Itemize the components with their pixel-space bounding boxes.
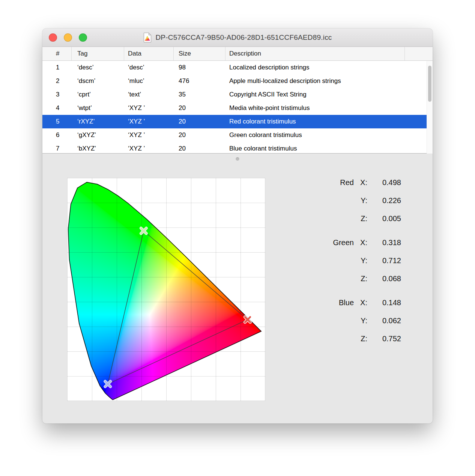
primary-group-red: Red X: 0.498 Y: 0.226 Z: 0.005 — [301, 173, 401, 227]
axis-value: 0.318 — [367, 238, 401, 247]
cell-size: 35 — [174, 91, 225, 98]
cell-data: ‘XYZ ’ — [124, 131, 174, 139]
cell-tag: ‘dscm’ — [72, 77, 124, 85]
cell-size: 20 — [174, 145, 225, 152]
tag-table: 1 ‘desc’ ‘desc’ 98 Localized description… — [42, 61, 433, 154]
profile-document-icon — [143, 32, 152, 43]
column-header-data[interactable]: Data — [124, 47, 174, 60]
chromaticity-diagram-canvas — [67, 178, 265, 401]
cell-number: 3 — [42, 91, 72, 98]
cell-tag: ‘wtpt’ — [72, 104, 124, 112]
cell-data: ‘mluc’ — [124, 77, 174, 85]
cell-number: 6 — [42, 131, 72, 139]
axis-value: 0.712 — [367, 256, 401, 265]
cell-number: 5 — [42, 118, 72, 125]
splitter-handle[interactable] — [236, 157, 239, 161]
cell-size: 20 — [174, 131, 225, 139]
column-header-size[interactable]: Size — [174, 47, 225, 60]
colorsync-profile-window: DP-C576CCA7-9B50-AD06-28D1-651CCF6AED89.… — [42, 29, 433, 423]
column-header-number[interactable]: # — [42, 47, 72, 60]
cell-description: Media white-point tristimulus — [225, 104, 433, 112]
table-row[interactable]: 7 ‘bXYZ’ ‘XYZ ’ 20 Blue colorant tristim… — [42, 142, 433, 154]
primary-group-blue: Blue X: 0.148 Y: 0.062 Z: 0.752 — [301, 294, 401, 348]
cell-description: Red colorant tristimulus — [225, 118, 433, 125]
column-header-tag[interactable]: Tag — [72, 47, 124, 60]
axis-label: Z: — [354, 334, 367, 343]
table-row[interactable]: 2 ‘dscm’ ‘mluc’ 476 Apple multi-localize… — [42, 74, 433, 88]
cell-description: Apple multi-localized description string… — [225, 77, 433, 85]
axis-label: X: — [354, 238, 367, 247]
axis-value: 0.752 — [367, 334, 401, 343]
axis-value: 0.062 — [367, 316, 401, 325]
cell-size: 98 — [174, 64, 225, 71]
axis-label: Z: — [354, 214, 367, 223]
cell-size: 20 — [174, 118, 225, 125]
axis-value: 0.226 — [367, 196, 401, 205]
cell-data: ‘XYZ ’ — [124, 118, 174, 125]
axis-label: Y: — [354, 256, 367, 265]
tristimulus-values: Red X: 0.498 Y: 0.226 Z: 0.005 Green — [301, 173, 401, 348]
cell-data: ‘XYZ ’ — [124, 104, 174, 112]
column-header-filler — [405, 47, 433, 60]
cell-data: ‘desc’ — [124, 64, 174, 71]
cell-size: 20 — [174, 104, 225, 112]
cell-tag: ‘bXYZ’ — [72, 145, 124, 152]
cell-tag: ‘gXYZ’ — [72, 131, 124, 139]
chromaticity-plot — [67, 178, 265, 401]
table-header: # Tag Data Size Description — [42, 47, 433, 61]
primary-name: Green — [301, 238, 354, 247]
zoom-button[interactable] — [79, 33, 87, 42]
axis-value: 0.005 — [367, 214, 401, 223]
cell-tag: ‘rXYZ’ — [72, 118, 124, 125]
cell-description: Copyright ASCII Text String — [225, 91, 433, 98]
axis-value: 0.148 — [367, 298, 401, 307]
table-row[interactable]: 4 ‘wtpt’ ‘XYZ ’ 20 Media white-point tri… — [42, 101, 433, 115]
window-title: DP-C576CCA7-9B50-AD06-28D1-651CCF6AED89.… — [155, 33, 332, 42]
axis-label: X: — [354, 178, 367, 187]
cell-tag: ‘desc’ — [72, 64, 124, 71]
cell-description: Localized description strings — [225, 64, 433, 71]
detail-panel: Red X: 0.498 Y: 0.226 Z: 0.005 Green — [42, 154, 433, 423]
cell-tag: ‘cprt’ — [72, 91, 124, 98]
window-controls — [49, 33, 87, 42]
cell-data: ‘XYZ ’ — [124, 145, 174, 152]
table-row[interactable]: 1 ‘desc’ ‘desc’ 98 Localized description… — [42, 61, 433, 74]
cell-number: 1 — [42, 64, 72, 71]
axis-label: Y: — [354, 316, 367, 325]
cell-data: ‘text’ — [124, 91, 174, 98]
axis-value: 0.498 — [367, 178, 401, 187]
scrollbar-track[interactable] — [427, 61, 433, 154]
cell-description: Blue colorant tristimulus — [225, 145, 433, 152]
column-header-description[interactable]: Description — [225, 47, 405, 60]
cell-number: 2 — [42, 77, 72, 85]
axis-label: X: — [354, 298, 367, 307]
table-row-selected[interactable]: 5 ‘rXYZ’ ‘XYZ ’ 20 Red colorant tristimu… — [42, 115, 433, 128]
axis-value: 0.068 — [367, 274, 401, 283]
primary-name: Blue — [301, 298, 354, 307]
cell-number: 7 — [42, 145, 72, 152]
table-row[interactable]: 6 ‘gXYZ’ ‘XYZ ’ 20 Green colorant tristi… — [42, 128, 433, 142]
close-button[interactable] — [49, 33, 57, 42]
scrollbar-thumb[interactable] — [428, 66, 431, 102]
primary-group-green: Green X: 0.318 Y: 0.712 Z: 0.068 — [301, 233, 401, 288]
cell-description: Green colorant tristimulus — [225, 131, 433, 139]
title-group: DP-C576CCA7-9B50-AD06-28D1-651CCF6AED89.… — [143, 32, 332, 43]
primary-name: Red — [301, 178, 354, 187]
minimize-button[interactable] — [64, 33, 72, 42]
axis-label: Z: — [354, 274, 367, 283]
cell-number: 4 — [42, 104, 72, 112]
axis-label: Y: — [354, 196, 367, 205]
table-row[interactable]: 3 ‘cprt’ ‘text’ 35 Copyright ASCII Text … — [42, 88, 433, 101]
cell-size: 476 — [174, 77, 225, 85]
titlebar[interactable]: DP-C576CCA7-9B50-AD06-28D1-651CCF6AED89.… — [42, 29, 433, 47]
